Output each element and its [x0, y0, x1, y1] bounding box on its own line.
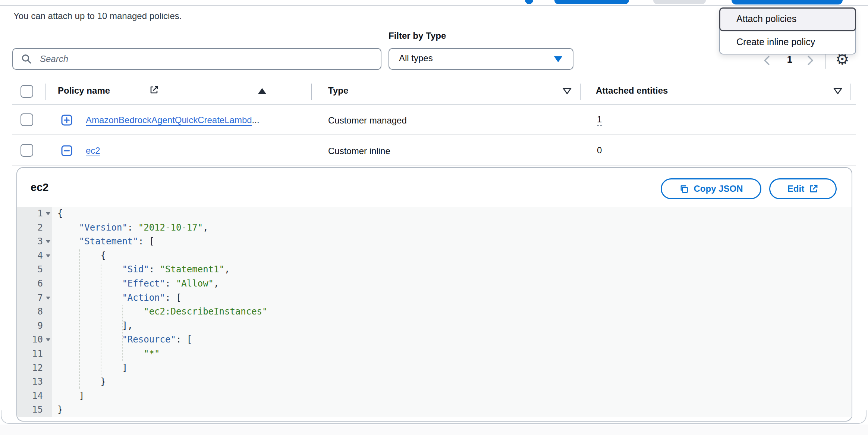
code-line: "Resource": [ [57, 333, 852, 347]
column-header-attached-entities[interactable]: Attached entities [596, 85, 668, 96]
truncation-ellipsis: ... [252, 115, 260, 125]
filter-icon[interactable] [562, 87, 572, 95]
fold-caret-icon[interactable] [46, 254, 50, 257]
iam-permissions-page: You can attach up to 10 managed policies… [0, 0, 868, 435]
clipped-secondary-button[interactable] [653, 0, 706, 4]
code-line: "Version": "2012-10-17", [57, 221, 852, 235]
header-divider [0, 5, 868, 6]
gutter-line-number[interactable]: 10 [17, 333, 52, 347]
clipped-add-permissions-button[interactable] [732, 0, 843, 4]
inline-policy-panel: ec2 Copy JSON Edit 123456789101112131415… [16, 167, 852, 422]
column-header-label: Type [328, 85, 348, 96]
divider [580, 84, 581, 100]
json-code-editor[interactable]: 123456789101112131415 { "Version": "2012… [17, 207, 852, 417]
gutter-line-number: 13 [17, 375, 52, 389]
gutter-line-number: 2 [17, 221, 52, 235]
select-all-checkbox[interactable] [21, 85, 33, 98]
code-line: ] [57, 389, 852, 403]
code-line: "Effect": "Allow", [57, 277, 852, 291]
fold-caret-icon[interactable] [46, 297, 50, 300]
sort-ascending-icon[interactable] [258, 88, 266, 94]
clipped-refresh-button[interactable] [525, 0, 533, 4]
gutter-line-number: 11 [17, 347, 52, 361]
gutter-line-number[interactable]: 4 [17, 249, 52, 263]
managed-policies-note: You can attach up to 10 managed policies… [13, 10, 182, 22]
divider [850, 84, 850, 100]
gutter-line-number: 6 [17, 277, 52, 291]
filter-by-type-label: Filter by Type [389, 31, 446, 41]
external-link-icon [809, 184, 818, 194]
copy-json-label: Copy JSON [694, 184, 743, 194]
menu-item-create-inline-policy[interactable]: Create inline policy [720, 31, 855, 52]
code-line: "Action": [ [57, 291, 852, 305]
code-gutter: 123456789101112131415 [17, 207, 52, 417]
copy-json-button[interactable]: Copy JSON [661, 178, 761, 199]
search-input[interactable] [39, 50, 372, 68]
row-checkbox[interactable] [21, 113, 33, 126]
policy-type-cell: Customer managed [328, 115, 407, 126]
gutter-line-number[interactable]: 3 [17, 235, 52, 249]
fold-caret-icon[interactable] [46, 240, 50, 243]
divider [45, 84, 45, 100]
gutter-line-number[interactable]: 1 [17, 207, 52, 221]
chevron-down-icon [554, 56, 562, 62]
edit-policy-button[interactable]: Edit [769, 178, 837, 199]
gutter-line-number: 15 [17, 403, 52, 417]
gutter-line-number: 14 [17, 389, 52, 403]
table-header-border [12, 104, 856, 104]
menu-item-label: Attach policies [736, 13, 796, 24]
expand-row-icon[interactable] [61, 114, 73, 126]
code-line: "ec2:DescribeInstances" [57, 305, 852, 319]
code-line: { [57, 249, 852, 263]
code-line: ] [57, 361, 852, 375]
code-line: } [57, 403, 852, 417]
policy-type-cell: Customer inline [328, 146, 390, 156]
attached-entities-count[interactable]: 1 [597, 114, 602, 126]
type-filter-select[interactable]: All types [389, 48, 573, 70]
menu-item-label: Create inline policy [736, 37, 815, 47]
attached-entities-count: 0 [597, 145, 602, 156]
column-header-label: Policy name [58, 85, 110, 96]
external-link-icon [149, 85, 159, 95]
type-filter-value: All types [399, 53, 433, 63]
divider [12, 165, 856, 166]
previous-page-button[interactable] [761, 54, 773, 67]
policy-name-link[interactable]: ec2 [86, 145, 100, 156]
menu-item-attach-policies[interactable]: Attach policies [719, 7, 856, 31]
search-icon [21, 54, 32, 64]
copy-icon [679, 184, 689, 194]
page-bottom-strip [0, 425, 868, 435]
edit-label: Edit [787, 184, 804, 194]
gutter-line-number: 9 [17, 319, 52, 333]
divider [825, 52, 825, 69]
column-header-policy-name[interactable]: Policy name [58, 85, 110, 96]
code-line: { [57, 207, 852, 221]
next-page-button[interactable] [804, 54, 817, 67]
collapse-row-icon[interactable] [61, 145, 73, 157]
gutter-line-number: 5 [17, 263, 52, 277]
row-checkbox[interactable] [21, 144, 33, 157]
gutter-line-number: 8 [17, 305, 52, 319]
policy-search-box[interactable] [12, 48, 381, 70]
add-permissions-dropdown-menu: Attach policies Create inline policy [719, 7, 856, 54]
policy-panel-title: ec2 [31, 181, 48, 194]
filter-icon[interactable] [833, 87, 843, 95]
clipped-action-button[interactable] [554, 0, 629, 4]
code-line: } [57, 375, 852, 389]
fold-caret-icon[interactable] [46, 338, 50, 341]
code-line: "*" [57, 347, 852, 361]
gutter-line-number[interactable]: 7 [17, 291, 52, 305]
page-number[interactable]: 1 [782, 54, 797, 65]
column-header-type[interactable]: Type [328, 85, 348, 96]
gutter-line-number: 12 [17, 361, 52, 375]
code-line: ], [57, 319, 852, 333]
divider [12, 134, 856, 135]
chevron-left-icon [763, 55, 771, 66]
code-line: "Statement": [ [57, 235, 852, 249]
policy-name-link[interactable]: AmazonBedrockAgentQuickCreateLambd [86, 115, 252, 125]
column-header-label: Attached entities [596, 85, 668, 96]
divider [311, 84, 312, 100]
code-line: "Sid": "Statement1", [57, 263, 852, 277]
chevron-right-icon [806, 55, 814, 66]
fold-caret-icon[interactable] [46, 212, 50, 215]
